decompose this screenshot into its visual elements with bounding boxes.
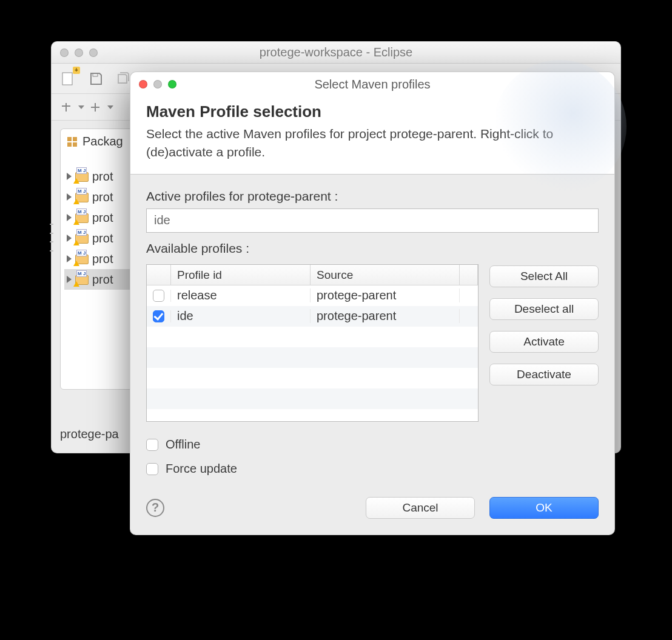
column-source[interactable]: Source — [311, 265, 460, 285]
table-row — [147, 327, 478, 347]
svg-rect-4 — [67, 142, 72, 147]
maven-profiles-dialog: Select Maven profiles Maven Profile sele… — [130, 72, 615, 535]
profile-checkbox[interactable] — [153, 290, 164, 302]
table-row — [147, 368, 478, 388]
expand-arrow-icon[interactable] — [67, 276, 72, 283]
profile-source-cell: protege-parent — [311, 288, 460, 302]
project-label: prot — [92, 170, 113, 184]
table-row — [147, 388, 478, 409]
maven-java-project-icon: M J — [75, 212, 89, 223]
eclipse-titlebar: protege-workspace - Eclipse — [52, 42, 620, 64]
column-profile-id[interactable]: Profile id — [171, 265, 311, 285]
plus-badge-icon: + — [73, 67, 80, 74]
expand-arrow-icon[interactable] — [67, 193, 72, 201]
collapse-icon[interactable] — [60, 101, 72, 113]
project-tree-item[interactable]: M J prot — [64, 269, 138, 290]
profile-checkbox[interactable] — [153, 310, 164, 322]
status-text: protege-pa — [60, 427, 119, 441]
active-profiles-input[interactable] — [146, 208, 599, 233]
project-label: prot — [92, 211, 113, 225]
expand-arrow-icon[interactable] — [67, 214, 72, 221]
dialog-subtitle: Select the active Maven profiles for pro… — [130, 125, 614, 162]
project-label: prot — [92, 273, 113, 287]
sash-grip[interactable] — [50, 224, 53, 252]
package-explorer-panel: Packag M J prot M J prot M J prot M J pr… — [60, 129, 139, 390]
maven-java-project-icon: M J — [75, 274, 89, 285]
cancel-button[interactable]: Cancel — [366, 497, 475, 519]
svg-rect-0 — [62, 73, 72, 85]
expand-arrow-icon[interactable] — [67, 255, 72, 262]
expand-arrow-icon[interactable] — [67, 235, 72, 242]
deactivate-button[interactable]: Deactivate — [489, 364, 599, 385]
available-profiles-label: Available profiles : — [146, 241, 599, 256]
project-tree-item[interactable]: M J prot — [64, 187, 138, 207]
active-profiles-label: Active profiles for protege-parent : — [146, 189, 599, 204]
profiles-table[interactable]: Profile id Source release protege-parent… — [146, 264, 479, 422]
maven-java-project-icon: M J — [75, 233, 89, 244]
project-label: prot — [92, 232, 113, 245]
profile-id-cell: ide — [171, 309, 311, 323]
table-row[interactable]: release protege-parent — [147, 285, 478, 306]
svg-rect-2 — [67, 137, 72, 141]
activate-button[interactable]: Activate — [489, 331, 599, 353]
package-explorer-label: Packag — [82, 135, 123, 148]
deselect-all-button[interactable]: Deselect all — [489, 298, 599, 320]
offline-label: Offline — [166, 438, 200, 452]
new-wizard-button[interactable]: + — [58, 68, 78, 89]
help-icon[interactable]: ? — [146, 499, 164, 517]
svg-rect-3 — [73, 137, 77, 141]
eclipse-title: protege-workspace - Eclipse — [52, 45, 620, 59]
dropdown-icon[interactable] — [78, 105, 84, 109]
offline-checkbox[interactable] — [146, 439, 158, 451]
package-explorer-icon — [67, 136, 78, 147]
profile-source-cell: protege-parent — [311, 309, 460, 323]
save-button[interactable] — [86, 68, 106, 89]
force-update-checkbox[interactable] — [146, 463, 158, 475]
table-row[interactable]: ide protege-parent — [147, 306, 478, 327]
project-tree-item[interactable]: M J prot — [64, 248, 138, 269]
table-row — [147, 409, 478, 421]
maven-java-project-icon: M J — [75, 192, 89, 202]
profile-id-cell: release — [171, 288, 311, 302]
dialog-title: Select Maven profiles — [130, 78, 614, 92]
project-tree-item[interactable]: M J prot — [64, 228, 138, 248]
project-tree-item[interactable]: M J prot — [64, 166, 138, 187]
svg-rect-5 — [73, 142, 77, 147]
package-explorer-tab[interactable]: Packag — [60, 128, 139, 154]
expand-icon[interactable] — [89, 101, 101, 113]
ok-button[interactable]: OK — [489, 497, 599, 519]
dialog-header: Select Maven profiles Maven Profile sele… — [130, 72, 614, 175]
select-all-button[interactable]: Select All — [489, 265, 599, 287]
expand-arrow-icon[interactable] — [67, 173, 72, 180]
table-row — [147, 347, 478, 368]
dropdown-icon[interactable] — [107, 105, 113, 109]
project-label: prot — [92, 252, 113, 266]
project-label: prot — [92, 190, 113, 204]
dialog-heading: Maven Profile selection — [130, 96, 614, 125]
maven-java-project-icon: M J — [75, 171, 89, 182]
table-header: Profile id Source — [147, 265, 478, 285]
force-update-label: Force update — [166, 462, 237, 476]
maven-java-project-icon: M J — [75, 253, 89, 264]
project-tree-item[interactable]: M J prot — [64, 207, 138, 228]
